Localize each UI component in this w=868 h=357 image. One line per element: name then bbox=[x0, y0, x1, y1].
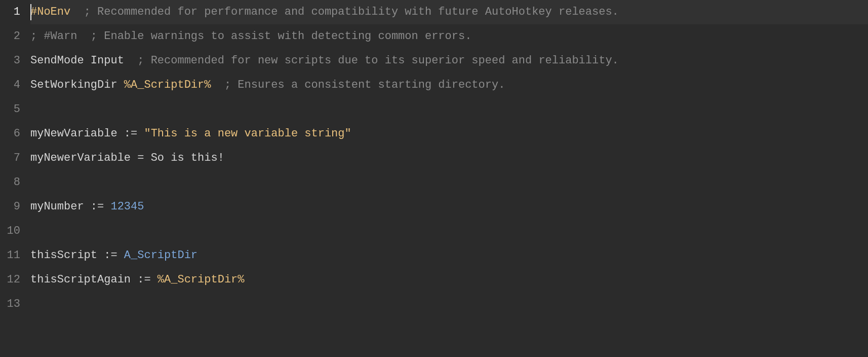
code-token bbox=[117, 249, 124, 262]
line-number: 8 bbox=[4, 170, 20, 195]
code-line[interactable]: myNewerVariable = So is this! bbox=[30, 146, 868, 170]
code-token: ; Ensures a consistent starting director… bbox=[224, 79, 505, 91]
code-token bbox=[131, 273, 137, 286]
code-line[interactable]: #NoEnv ; Recommended for performance and… bbox=[30, 0, 868, 24]
line-number: 11 bbox=[4, 243, 20, 268]
code-token: A_ScriptDir bbox=[164, 273, 238, 286]
code-token: SetWorkingDir bbox=[30, 79, 117, 91]
code-token: := bbox=[124, 127, 137, 140]
code-token: myNewerVariable bbox=[30, 152, 131, 164]
line-number: 13 bbox=[4, 292, 20, 316]
line-number: 4 bbox=[4, 73, 20, 97]
code-token bbox=[84, 54, 91, 67]
code-token: "This is a new variable string" bbox=[144, 127, 351, 140]
code-token: myNumber bbox=[30, 200, 84, 213]
code-line[interactable] bbox=[30, 219, 868, 243]
line-number: 12 bbox=[4, 268, 20, 292]
code-token: := bbox=[137, 273, 150, 286]
code-token bbox=[131, 152, 137, 164]
code-editor[interactable]: 12345678910111213 #NoEnv ; Recommended f… bbox=[0, 0, 868, 357]
code-token: A_ScriptDir bbox=[131, 79, 204, 91]
line-number: 3 bbox=[4, 49, 20, 73]
text-cursor bbox=[30, 4, 31, 20]
code-token: := bbox=[91, 200, 104, 213]
code-token bbox=[137, 127, 144, 140]
code-token: % bbox=[204, 79, 211, 91]
code-token: myNewVariable bbox=[30, 127, 117, 140]
code-token: SendMode bbox=[30, 54, 84, 67]
code-token bbox=[117, 127, 124, 140]
code-token: ; #Warn ; Enable warnings to assist with… bbox=[30, 30, 471, 43]
code-line[interactable] bbox=[30, 97, 868, 122]
code-line[interactable]: SendMode Input ; Recommended for new scr… bbox=[30, 49, 868, 73]
code-token: ; Recommended for performance and compat… bbox=[84, 6, 619, 18]
code-token bbox=[104, 200, 110, 213]
code-token: % bbox=[157, 273, 164, 286]
code-line[interactable]: myNumber := 12345 bbox=[30, 195, 868, 219]
code-line[interactable]: thisScriptAgain := %A_ScriptDir% bbox=[30, 268, 868, 292]
code-token: So is this! bbox=[144, 152, 224, 164]
line-number: 9 bbox=[4, 195, 20, 219]
code-line[interactable]: myNewVariable := "This is a new variable… bbox=[30, 122, 868, 146]
code-line[interactable] bbox=[30, 170, 868, 195]
line-number-gutter: 12345678910111213 bbox=[0, 0, 26, 357]
line-number: 2 bbox=[4, 24, 20, 49]
code-token: #NoEnv bbox=[30, 6, 70, 18]
line-number: 1 bbox=[4, 0, 20, 24]
code-token: 12345 bbox=[110, 200, 144, 213]
code-token bbox=[117, 79, 124, 91]
code-area[interactable]: #NoEnv ; Recommended for performance and… bbox=[26, 0, 868, 357]
line-number: 10 bbox=[4, 219, 20, 243]
code-token bbox=[97, 249, 104, 262]
code-token: A_ScriptDir bbox=[124, 249, 198, 262]
code-token bbox=[211, 79, 224, 91]
code-token: := bbox=[104, 249, 117, 262]
code-token: % bbox=[124, 79, 131, 91]
line-number: 5 bbox=[4, 97, 20, 122]
code-token bbox=[151, 273, 157, 286]
code-token: thisScriptAgain bbox=[30, 273, 131, 286]
code-token bbox=[124, 54, 137, 67]
line-number: 6 bbox=[4, 122, 20, 146]
line-number: 7 bbox=[4, 146, 20, 170]
code-token bbox=[84, 200, 91, 213]
code-line[interactable] bbox=[30, 292, 868, 316]
code-token: = bbox=[137, 152, 144, 164]
code-line[interactable]: thisScript := A_ScriptDir bbox=[30, 243, 868, 268]
code-token: % bbox=[238, 273, 244, 286]
code-token: thisScript bbox=[30, 249, 97, 262]
code-token: ; Recommended for new scripts due to its… bbox=[137, 54, 619, 67]
code-line[interactable]: SetWorkingDir %A_ScriptDir% ; Ensures a … bbox=[30, 73, 868, 97]
code-token: Input bbox=[91, 54, 124, 67]
code-line[interactable]: ; #Warn ; Enable warnings to assist with… bbox=[30, 24, 868, 49]
code-token bbox=[70, 6, 84, 18]
